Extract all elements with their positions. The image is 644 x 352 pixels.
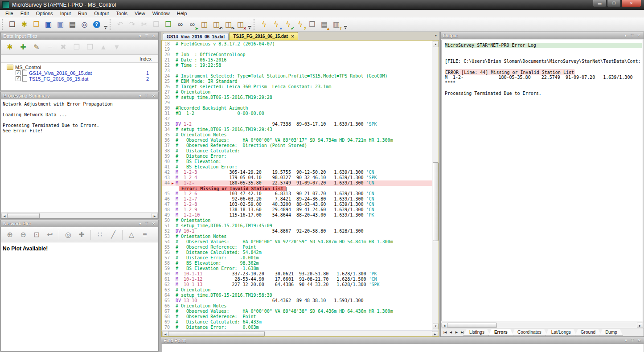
panel-close-button[interactable]: ✕ [151,221,156,227]
input-file-row[interactable]: ✓GS14_Viva_2016_06_15.dat1 [1,70,158,76]
input-file-label[interactable]: GS14_Viva_2016_06_15.dat [29,70,92,76]
add-line-button[interactable]: ╱ [107,229,119,241]
panel-close-button[interactable]: ✕ [151,33,156,39]
scroll-down-button[interactable]: ▼ [433,323,439,329]
traverse-view-button[interactable]: △ [125,229,138,241]
scrollbar-thumb[interactable] [8,213,40,218]
print-button[interactable]: ▤ [67,19,78,30]
error-log-text[interactable]: MicroSurvey STAR*NET-PRO Error Log [FILE… [441,40,643,321]
find-button[interactable]: ∞ [175,19,186,30]
scroll-right-button[interactable]: ▶ [432,331,438,336]
center-point-button[interactable]: ◎ [62,229,74,241]
data-input-files-titlebar[interactable]: Data Input Files ▾ ⊤ ✕ [1,33,158,40]
panel-pin-button[interactable]: ⊤ [144,33,149,39]
new-input-file-button[interactable]: ✱ [4,41,16,53]
panel-close-button[interactable]: ✕ [637,337,642,344]
editor-tab-GS14_Viva_2016_06_15.dat[interactable]: GS14_Viva_2016_06_15.dat [163,33,229,40]
new-input-file-button[interactable]: ✱ [19,19,30,30]
output-hscrollbar[interactable]: ◀ ▶ [441,322,644,328]
panel-menu-button[interactable]: ▾ [138,93,143,99]
input-file-label[interactable]: TS15_FG_2016_06_15.dat [29,76,88,82]
edit-input-file-button[interactable]: ✎ [30,41,43,53]
scroll-left-button[interactable]: ◀ [162,331,168,336]
network-plot-titlebar[interactable]: Network Plot ▾ ⊤ ✕ [1,220,158,227]
panel-close-button[interactable]: ✕ [151,93,156,99]
view-listing-book-button[interactable]: ◫ [199,19,210,30]
scrollbar-thumb[interactable] [447,323,497,328]
run-adjustment-button[interactable]: ϟ [258,19,270,30]
zoom-in-button[interactable]: ⊕ [4,229,16,241]
layers-button[interactable]: ≡ [139,229,151,241]
add-input-file-button[interactable]: ✚ [17,41,29,53]
scroll-left-button[interactable]: ◀ [1,213,8,218]
panel-menu-button[interactable]: ▾ [138,221,143,227]
panel-pin-button[interactable]: ⊤ [630,337,635,344]
open-project-button[interactable]: ❐ [31,19,42,30]
checkbox-icon[interactable]: ✓ [16,70,21,75]
toolbar-grip[interactable] [110,19,112,30]
output-tab-ground[interactable]: Ground [575,329,601,336]
find-point-body[interactable] [161,344,644,352]
panel-pin-button[interactable]: ⊤ [630,33,635,39]
zoom-extents-button[interactable]: ⊡ [30,229,43,241]
menu-item-output[interactable]: Output [90,10,112,16]
first-tab-button[interactable]: |◀ [442,331,448,334]
menu-item-view[interactable]: View [131,10,149,16]
next-tab-button[interactable]: ▶ [454,331,459,334]
scroll-right-button[interactable]: ▶ [637,323,643,328]
paste-special-button[interactable]: ❒ [163,19,174,30]
output-tab-errors[interactable]: Errors [488,329,513,336]
tab-close-icon[interactable]: ✕ [291,34,295,39]
menu-item-input[interactable]: Input [57,10,74,16]
zoom-previous-button[interactable]: ↩ [44,229,56,241]
maximize-button[interactable]: ❐ [607,0,621,7]
run-query-button[interactable]: ϟ? [295,19,306,30]
code-editor[interactable]: 18# FieldGenius v 8.3.17.2 (2016-04-07)1… [162,41,432,330]
close-button[interactable]: ✕ [621,0,641,7]
toolbar-grip[interactable] [2,19,4,30]
panel-close-button[interactable]: ✕ [636,33,641,39]
menu-item-window[interactable]: Window [149,10,173,16]
toolbar-overflow-button[interactable]: ▼ [247,19,252,30]
menu-item-help[interactable]: Help [173,10,191,16]
save-all-button[interactable]: ▣ [55,19,66,30]
scrollbar-thumb[interactable] [433,162,439,241]
input-file-row[interactable]: ✓TS15_FG_2016_06_15.dat2 [1,76,158,82]
output-titlebar[interactable]: Output ▾ ⊤ ✕ [441,32,644,39]
toolbar-overflow-button[interactable]: ▼ [103,19,108,30]
column-editor-button[interactable]: ▥⊤ [331,19,342,30]
output-tab-listings[interactable]: Listings [464,329,490,336]
tree-root-row[interactable]: MS_Control [1,64,158,70]
plot-document-button[interactable]: ❒ [307,19,318,30]
editor-vscrollbar[interactable]: ▲ ▼ [432,41,439,330]
run-check-button[interactable]: ϟ✔ [283,19,294,30]
scroll-left-button[interactable]: ◀ [441,323,447,328]
print-preview-button[interactable]: ◎ [79,19,90,30]
inverse-points-button[interactable]: ∷ [94,229,106,241]
output-tab-dump[interactable]: Dump [599,329,623,336]
scroll-right-button[interactable]: ▶ [152,213,158,218]
menu-item-file[interactable]: File [2,10,17,16]
panel-menu-button[interactable]: ▾ [138,33,143,39]
zoom-out-button[interactable]: ⊖ [17,229,29,241]
panel-menu-button[interactable]: ▾ [623,337,628,344]
output-tab-coordinates[interactable]: Coordinates [512,329,547,336]
book-previous-button[interactable]: ◫↶ [211,19,222,30]
menu-item-options[interactable]: Options [33,10,57,16]
toolbar-overflow-button[interactable]: ▼ [343,19,348,30]
toolbar-grip[interactable] [254,19,256,30]
scrollbar-thumb[interactable] [168,331,265,336]
find-point-titlebar[interactable]: Find Point ▾ ⊤ ✕ [161,337,644,344]
panel-pin-button[interactable]: ⊤ [144,221,149,227]
title-bar[interactable]: MicroSurvey STAR*NET-PRO - MS_Control ▬ … [0,0,644,10]
run-network-button[interactable]: ϟ● [271,19,282,30]
help-button[interactable]: ? [91,19,102,30]
book-next-button[interactable]: ◫↷ [223,19,234,30]
previous-tab-button[interactable]: ◀ [448,331,454,334]
checkbox-icon[interactable]: ✓ [16,76,21,81]
menu-item-edit[interactable]: Edit [17,10,33,16]
menu-item-tools[interactable]: Tools [112,10,131,16]
panel-pin-button[interactable]: ⊤ [144,93,149,99]
output-tab-lat-longs[interactable]: Lat/Longs [546,329,577,336]
index-column-header[interactable]: Index [1,55,158,63]
